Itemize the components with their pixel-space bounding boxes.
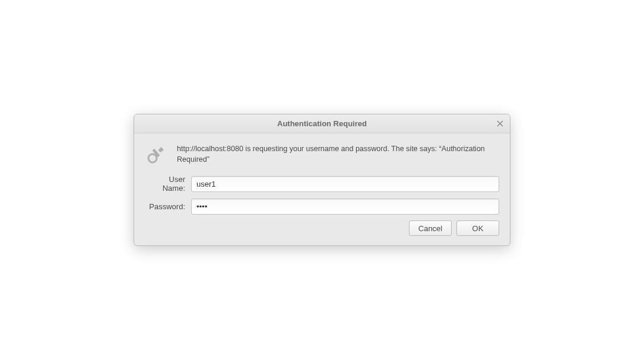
username-row: User Name:	[145, 175, 499, 193]
authentication-dialog: Authentication Required	[134, 114, 510, 246]
svg-point-2	[148, 154, 157, 162]
dialog-message: http://localhost:8080 is requesting your…	[177, 143, 499, 165]
close-icon	[497, 119, 503, 128]
dialog-titlebar: Authentication Required	[134, 114, 510, 133]
password-row: Password:	[145, 199, 499, 215]
username-input[interactable]	[191, 176, 499, 192]
close-button[interactable]	[494, 119, 505, 129]
username-label: User Name:	[145, 175, 191, 193]
key-icon	[145, 143, 169, 167]
password-input[interactable]	[191, 199, 499, 215]
dialog-title: Authentication Required	[277, 119, 367, 128]
button-row: Cancel OK	[145, 220, 499, 236]
ok-button[interactable]: OK	[456, 220, 499, 236]
password-label: Password:	[145, 202, 191, 211]
dialog-body: http://localhost:8080 is requesting your…	[134, 133, 510, 245]
cancel-button[interactable]: Cancel	[409, 220, 452, 236]
message-row: http://localhost:8080 is requesting your…	[145, 143, 499, 167]
